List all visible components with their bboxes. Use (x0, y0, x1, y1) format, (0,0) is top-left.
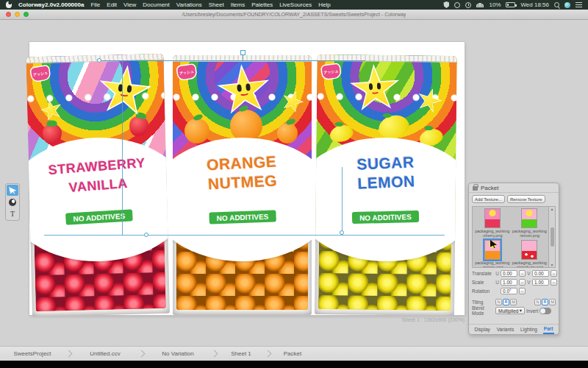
star-mascot-icon (348, 63, 402, 116)
texture-item-strawberry[interactable]: packaging_working-strawberry.png (512, 240, 548, 268)
wifi-icon[interactable] (476, 2, 484, 7)
packet-orange-nutmeg[interactable]: アッシュ ORANGE NUTMEG NO ADDITIVES (173, 55, 312, 315)
texture-item-lemon[interactable]: packaging_working-lemon.png (512, 208, 548, 239)
invert-toggle[interactable] (539, 308, 551, 314)
tiling-v-none-button[interactable]: N (534, 299, 541, 305)
app-menu-title[interactable]: Colorway2.0v2.000000a (18, 1, 84, 8)
packet-name: ORANGE NUTMEG (173, 150, 312, 196)
text-tool-button[interactable]: T (7, 208, 18, 219)
menu-help[interactable]: Help (318, 1, 330, 8)
chevron-right-icon (211, 350, 218, 358)
breadcrumb-part[interactable]: Packet (272, 350, 313, 357)
horizontal-guide[interactable] (44, 235, 445, 236)
spotlight-search-icon[interactable] (554, 2, 559, 7)
add-texture-button[interactable]: Add Texture... (472, 195, 505, 203)
translate-v-field[interactable]: 0.00 (532, 270, 549, 277)
selection-corner-handle[interactable] (97, 58, 101, 63)
tab-part[interactable]: Part (543, 325, 554, 334)
image-tool-button[interactable] (7, 197, 18, 208)
v-label: V (527, 271, 531, 276)
blend-mode-dropdown[interactable]: Multiplied ▾ (495, 307, 525, 314)
menu-livesources[interactable]: LiveSources (279, 1, 312, 8)
blend-mode-value: Multiplied (498, 308, 518, 314)
packet-sugar-lemon[interactable]: アッシュ SUGAR LEMON NO ADDITIVES (315, 54, 457, 316)
remove-texture-button[interactable]: Remove Texture (507, 195, 545, 203)
status-circle-icon[interactable] (454, 2, 460, 8)
guide-point-handle[interactable] (340, 230, 344, 235)
scale-u-stepper[interactable]: ↔ (519, 279, 526, 286)
star-mascot-icon (214, 61, 273, 119)
selection-top-handle[interactable] (240, 50, 245, 55)
menu-variations[interactable]: Variations (176, 1, 202, 8)
tab-display[interactable]: Display (473, 325, 490, 333)
scroll-up-icon[interactable]: ▲ (551, 207, 554, 211)
texture-label: packaging_working-lemon.png (512, 228, 548, 239)
siri-icon[interactable] (564, 2, 570, 8)
panel-title: Packet (481, 185, 498, 191)
texture-thumbnail (521, 208, 537, 228)
rotation-field[interactable]: 0.0° (501, 288, 517, 294)
shield-status-icon[interactable] (443, 1, 449, 8)
vertical-guide-left[interactable] (122, 60, 123, 236)
selection-handle-stem (243, 54, 243, 61)
canvas-workspace: アッシュ STRAWBERRY VANILLA NO ADDITIVES ア (0, 20, 588, 346)
document-path: /Users/bresley/Documents/FOUNDRY/COLORWA… (0, 12, 588, 17)
tiling-u-none-button[interactable]: N (495, 299, 502, 305)
menu-file[interactable]: File (90, 1, 100, 8)
tiling-label: Tiling (472, 300, 494, 305)
invert-label: Invert (526, 308, 538, 314)
menu-edit[interactable]: Edit (107, 1, 117, 8)
texture-label: packaging_working-strawberry.png (512, 260, 548, 268)
chevron-right-icon (138, 350, 146, 358)
menu-document[interactable]: Document (143, 1, 169, 8)
texture-scrollbar[interactable]: ▲ ▼ (548, 207, 555, 267)
tab-lighting[interactable]: Lighting (520, 325, 538, 333)
packet-strawberry-vanilla[interactable]: アッシュ STRAWBERRY VANILLA NO ADDITIVES (26, 54, 170, 316)
scroll-down-icon[interactable]: ▼ (551, 263, 554, 267)
pointer-tool-button[interactable] (7, 185, 18, 196)
apple-icon[interactable] (6, 1, 12, 8)
translate-v-stepper[interactable]: ↔ (551, 270, 557, 277)
time-machine-icon[interactable] (465, 2, 471, 8)
tiling-v-mirror-button[interactable]: M (549, 299, 556, 305)
selection-top-edge[interactable] (99, 60, 365, 61)
breadcrumb-document[interactable]: Untitled.ccv (73, 350, 137, 357)
texture-list: packaging_working-cherry.png packaging_w… (472, 206, 556, 268)
tiling-u-group: N R M (495, 299, 517, 305)
vertical-guide-right[interactable] (342, 167, 343, 236)
tiling-u-repeat-button[interactable]: R (503, 299, 509, 305)
breadcrumb-sheet[interactable]: Sheet 1 (218, 350, 264, 357)
u-label: U (495, 271, 499, 276)
guide-point-handle[interactable] (144, 233, 148, 237)
notification-center-icon[interactable] (576, 2, 582, 8)
u-label: U (495, 280, 499, 285)
menu-view[interactable]: View (123, 1, 136, 8)
menu-items[interactable]: Items (231, 1, 245, 8)
chevron-down-icon: ▾ (520, 308, 522, 314)
breadcrumb-variation[interactable]: No Variation (146, 350, 210, 357)
tool-palette: T (5, 183, 20, 221)
scale-v-field[interactable]: 1.00 (532, 279, 549, 286)
translate-label: Translate (472, 271, 494, 276)
menu-palettes[interactable]: Palettes (251, 1, 273, 8)
design-sheet[interactable]: アッシュ STRAWBERRY VANILLA NO ADDITIVES ア (29, 42, 465, 315)
menu-clock[interactable]: Wed 18:56 (520, 1, 549, 8)
breadcrumb-bar: SweetsProject Untitled.ccv No Variation … (0, 346, 588, 361)
tab-variants[interactable]: Variants (496, 325, 514, 333)
battery-icon[interactable] (506, 2, 515, 7)
translate-u-stepper[interactable]: ↔ (519, 270, 526, 277)
texture-thumbnail (484, 208, 501, 228)
menu-sheet[interactable]: Sheet (209, 1, 224, 8)
texture-label: packaging_working-orange.png (474, 260, 511, 268)
v-label: V (527, 280, 531, 285)
scrollbar-thumb[interactable] (551, 227, 554, 247)
panel-header[interactable]: Packet (469, 183, 559, 193)
rotation-stepper[interactable]: ↔ (519, 288, 526, 294)
scale-v-stepper[interactable]: ↔ (551, 279, 557, 286)
tiling-v-repeat-button[interactable]: R (542, 299, 548, 305)
tiling-u-mirror-button[interactable]: M (510, 299, 517, 305)
texture-item-cherry[interactable]: packaging_working-cherry.png (474, 208, 511, 239)
translate-u-field[interactable]: 0.00 (501, 270, 517, 277)
breadcrumb-project[interactable]: SweetsProject (0, 350, 65, 357)
scale-u-field[interactable]: 1.00 (501, 279, 517, 286)
